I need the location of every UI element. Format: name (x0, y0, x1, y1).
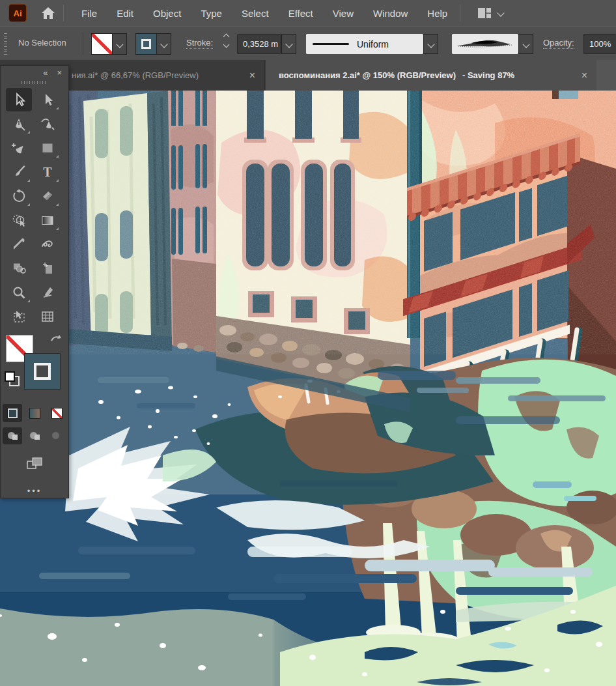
stroke-weight-stepper[interactable] (224, 35, 229, 47)
menu-view[interactable]: View (323, 8, 363, 19)
chevron-down-icon (285, 40, 292, 48)
tab2-title: воспоминания 2.ai* @ 150% (RGB/Preview) (266, 70, 456, 80)
stroke-weight-label[interactable]: Stroke: (186, 38, 213, 49)
screen-mode-button[interactable] (1, 456, 68, 472)
selection-status: No Selection (18, 38, 66, 48)
fill-dropdown-button[interactable] (112, 33, 127, 55)
menu-window[interactable]: Window (363, 8, 417, 19)
rotate-tool[interactable] (6, 184, 32, 208)
charcoal-brush-icon (452, 34, 518, 54)
uniform-line-icon (313, 43, 349, 45)
menu-object[interactable]: Object (143, 8, 191, 19)
chevron-down-icon (160, 40, 167, 48)
chevron-down-icon (522, 40, 529, 48)
draw-inside-button[interactable] (47, 427, 66, 444)
width-profile-button[interactable] (423, 34, 438, 54)
menu-items: File Edit Object Type Select Effect View… (72, 8, 457, 19)
shape-builder-tool[interactable] (6, 208, 32, 232)
color-icon (7, 408, 18, 419)
document-canvas[interactable] (0, 91, 616, 686)
stroke-dropdown-button[interactable] (156, 33, 171, 55)
document-tab-bar: ния.ai* @ 66,67% (RGB/Preview) × воспоми… (0, 60, 616, 91)
swap-fill-stroke-icon[interactable] (49, 334, 63, 348)
draw-behind-button[interactable] (25, 427, 44, 444)
stroke-hole (34, 363, 51, 380)
menu-edit[interactable]: Edit (107, 8, 143, 19)
edit-toolbar-ellipsis[interactable]: ••• (1, 486, 68, 496)
screen-mode-icon (25, 456, 44, 472)
artwork (0, 91, 616, 686)
home-icon[interactable] (41, 7, 55, 20)
fill-swatch-none[interactable] (91, 33, 113, 55)
close-icon[interactable]: × (249, 70, 255, 81)
tools-panel: « × (0, 65, 69, 498)
color-mode-row (1, 404, 68, 422)
stroke-weight-dropdown[interactable] (281, 34, 296, 54)
close-icon[interactable]: × (581, 70, 587, 81)
draw-normal-button[interactable] (3, 427, 22, 444)
symbol-ribbon-tool[interactable] (35, 233, 61, 256)
fill-stroke-indicator (1, 334, 68, 396)
gradient-icon (29, 408, 40, 419)
eraser-tool[interactable] (35, 184, 61, 208)
panel-drag-handle[interactable] (4, 33, 7, 55)
tab-document-2-active[interactable]: воспоминания 2.ai* @ 150% (RGB/Preview) … (266, 60, 596, 91)
free-transform-tool[interactable] (6, 305, 32, 328)
color-button[interactable] (3, 404, 22, 422)
artboard-tool[interactable] (35, 257, 61, 280)
default-fill-stroke-icon[interactable] (5, 371, 18, 384)
illustrator-logo-icon[interactable]: Ai (8, 4, 27, 22)
paintbrush-tool[interactable] (6, 160, 32, 184)
chevron-down-icon (497, 9, 505, 16)
tools-panel-header: « × (1, 66, 68, 79)
svg-text:T: T (43, 165, 52, 179)
drawing-mode-row (1, 427, 68, 444)
eyedropper-tool[interactable] (6, 233, 32, 256)
stroke-weight-value[interactable]: 0,3528 m (237, 34, 281, 54)
direct-selection-tool[interactable] (35, 88, 61, 111)
pen-tool[interactable] (6, 112, 32, 136)
illustrator-window: Ai File Edit Object Type Select Effect V… (0, 0, 616, 686)
curvature-tool[interactable] (35, 112, 61, 136)
menu-separator (63, 5, 64, 21)
width-profile-dropdown[interactable]: Uniform (306, 34, 423, 54)
type-tool[interactable]: T (35, 160, 61, 184)
menu-select[interactable]: Select (232, 8, 279, 19)
stepper-up-icon[interactable] (223, 34, 230, 40)
stroke-ring (141, 39, 151, 49)
none-icon (51, 408, 63, 419)
menu-effect[interactable]: Effect (279, 8, 323, 19)
saving-status: - Saving 87% (462, 70, 514, 80)
perspective-grid-tool[interactable] (35, 305, 61, 328)
control-bar: No Selection Stroke: 0,3528 m Uniform Op… (0, 26, 616, 61)
workspace-switcher[interactable] (477, 7, 503, 19)
stepper-down-icon[interactable] (223, 42, 230, 48)
menu-help[interactable]: Help (417, 8, 457, 19)
selection-tool[interactable] (6, 88, 32, 111)
opacity-value[interactable]: 100% (583, 34, 616, 54)
menu-type[interactable]: Type (191, 8, 232, 19)
gradient-button[interactable] (25, 404, 44, 422)
stroke-swatch[interactable] (135, 33, 157, 55)
close-panel-icon[interactable]: × (57, 68, 62, 78)
menu-file[interactable]: File (72, 8, 107, 19)
workspace-icon (477, 7, 492, 19)
tool-grid: T (1, 88, 68, 328)
gradient-tool[interactable] (35, 208, 61, 232)
chevron-down-icon (427, 40, 434, 48)
shapes-group-tool[interactable] (6, 257, 32, 280)
brush-dropdown-button[interactable] (518, 34, 533, 54)
tab-bar-tail (596, 60, 616, 91)
none-button[interactable] (47, 404, 66, 422)
collapse-panel-icon[interactable]: « (43, 68, 48, 78)
panel-drag-dots[interactable] (21, 81, 48, 84)
menu-bar: Ai File Edit Object Type Select Effect V… (0, 0, 616, 26)
opacity-label[interactable]: Opacity: (543, 38, 574, 49)
calligraphy-nib-tool[interactable] (35, 281, 61, 304)
brush-definition-preview[interactable] (452, 34, 518, 54)
zoom-tool[interactable] (6, 281, 32, 304)
add-anchor-point-tool[interactable] (6, 136, 32, 160)
rectangle-tool[interactable] (35, 136, 61, 160)
stroke-swatch-teal[interactable] (24, 353, 61, 390)
texture-overlay (65, 91, 616, 354)
